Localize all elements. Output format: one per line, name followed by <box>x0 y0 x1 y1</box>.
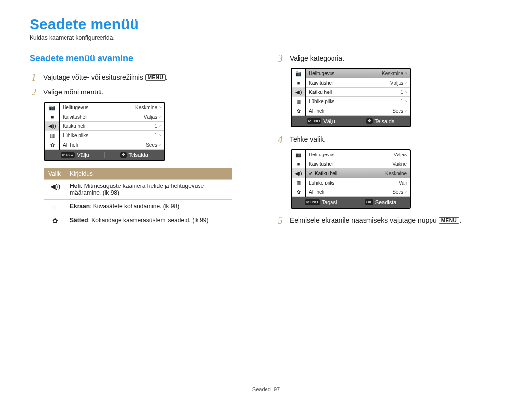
cam-row-label: Käivitusheli <box>63 114 144 120</box>
cam-menu-row: HelitugevusKeskmine› <box>306 69 410 78</box>
cam-row-value: Väljas <box>144 114 157 120</box>
step-text: Tehke valik. <box>290 134 326 143</box>
step-number: 2 <box>30 87 38 97</box>
cam-list: HelitugevusKeskmine›KäivitusheliVäljas›K… <box>306 69 410 116</box>
check-icon: ✔ <box>309 171 313 176</box>
cam-menu-row: HelitugevusVäljas <box>306 150 410 159</box>
cam-row-label: Lühike piiks <box>309 99 400 104</box>
page: Seadete menüü Kuidas kaamerat konfiguree… <box>0 0 532 401</box>
cam-row-label: Käivitusheli <box>309 161 392 167</box>
cam-row-value: Vaikne <box>392 161 407 167</box>
step-1: 1 Vajutage võtte- või esitusrežiimis MEN… <box>30 72 256 82</box>
col-header-option: Valik <box>44 168 66 180</box>
cam-row-value: Keskmine <box>385 171 407 176</box>
cam-row-label: Katiku heli <box>315 171 385 176</box>
cam-menu-row: AF heliSees› <box>60 140 164 150</box>
chevron-right-icon: › <box>405 189 407 194</box>
cam-row-label: Katiku heli <box>63 123 154 129</box>
camera-screenshot-3: 📷 ■ ◀)) ▥ ✿ HelitugevusVäljasKäivitushel… <box>291 149 411 209</box>
cam-row-label: Lühike piiks <box>63 133 154 138</box>
left-column: Seadete menüü avamine 1 Vajutage võtte- … <box>30 53 256 230</box>
chevron-right-icon: › <box>159 142 161 147</box>
step-3: 3 Valige kategooria. <box>276 53 502 63</box>
table-row: ✿Sätted: Kohandage kaamerasüstemi seadei… <box>44 214 232 228</box>
step-number: 5 <box>276 216 285 225</box>
cam-menu-row: Lühike piiksVali <box>306 178 410 187</box>
chevron-right-icon: › <box>159 114 161 119</box>
cam-side-icons: 📷 ■ ◀)) ▥ ✿ <box>292 150 306 197</box>
video-icon: ■ <box>45 112 59 122</box>
screen-icon: ▥ <box>292 97 305 106</box>
menu-button-icon: MENU <box>439 217 459 224</box>
cam-row-label: Katiku heli <box>309 90 400 95</box>
step-4: 4 Tehke valik. <box>276 134 502 144</box>
cam-footer-bar: MENUVälju ✥Teisalda <box>292 116 410 126</box>
cam-menu-row: AF heliSees› <box>306 106 410 116</box>
cam-menu-row: Lühike piiks1› <box>60 131 164 140</box>
cam-menu-row: Katiku heli1› <box>60 122 164 131</box>
table-row: ◀))Heli: Mitmesuguste kaamera helide ja … <box>44 180 232 200</box>
chevron-right-icon: › <box>159 105 161 110</box>
step-number: 1 <box>30 72 38 82</box>
table-row: ▥Ekraan: Kuvasätete kohandamine. (lk 98) <box>44 200 232 214</box>
gear-icon: ✿ <box>292 187 305 197</box>
step-5: 5 Eelmisele ekraanile naasmiseks vajutag… <box>276 216 502 225</box>
cam-side-icons: 📷 ■ ◀)) ▥ ✿ <box>292 69 306 116</box>
screen-icon: ▥ <box>292 178 305 187</box>
cam-row-value: Sees <box>392 108 403 114</box>
cam-row-label: Helitugevus <box>63 105 135 110</box>
camera-screenshot-1: 📷 ■ ◀)) ▥ ✿ HelitugevusKeskmine›Käivitus… <box>44 102 165 161</box>
step-number: 3 <box>276 53 285 63</box>
cam-row-label: AF heli <box>309 189 392 195</box>
cam-row-label: Helitugevus <box>309 71 382 76</box>
col-header-desc: Kirjeldus <box>66 168 232 180</box>
camera-screenshot-2: 📷 ■ ◀)) ▥ ✿ HelitugevusKeskmine›Käivitus… <box>291 68 411 127</box>
option-desc: Sätted: Kohandage kaamerasüstemi seadeid… <box>66 214 232 228</box>
menu-pill: MENU <box>305 199 320 205</box>
chevron-right-icon: › <box>405 80 407 85</box>
chevron-right-icon: › <box>405 71 407 76</box>
cam-row-label: AF heli <box>63 142 146 148</box>
option-desc: Ekraan: Kuvasätete kohandamine. (lk 98) <box>66 200 232 214</box>
chevron-right-icon: › <box>405 99 407 104</box>
nav-pill: ✥ <box>120 152 127 158</box>
option-desc: Heli: Mitmesuguste kaamera helide ja hel… <box>66 180 232 200</box>
columns: Seadete menüü avamine 1 Vajutage võtte- … <box>30 53 502 230</box>
menu-pill: MENU <box>61 152 75 158</box>
step-text: Valige kategooria. <box>290 53 344 62</box>
cam-menu-row: AF heliSees› <box>306 187 410 197</box>
chevron-right-icon: › <box>159 133 161 138</box>
video-icon: ■ <box>292 159 305 169</box>
chevron-right-icon: › <box>405 108 407 113</box>
cam-menu-row: HelitugevusKeskmine› <box>60 103 164 112</box>
option-icon: ✿ <box>44 214 66 228</box>
cam-row-value: Keskmine <box>382 71 403 76</box>
camera-icon: 📷 <box>292 69 305 78</box>
cam-row-value: 1 <box>154 123 157 129</box>
options-table: Valik Kirjeldus ◀))Heli: Mitmesuguste ka… <box>44 168 232 228</box>
cam-side-icons: 📷 ■ ◀)) ▥ ✿ <box>45 103 60 150</box>
sound-icon: ◀)) <box>292 88 305 97</box>
cam-menu-row: Lühike piiks1› <box>306 97 410 106</box>
cam-menu-row: KäivitusheliVaikne <box>306 159 410 169</box>
screen-icon: ▥ <box>45 131 59 140</box>
cam-row-label: Lühike piiks <box>309 180 399 185</box>
cam-row-label: AF heli <box>309 108 392 114</box>
cam-row-value: Väljas <box>390 80 403 86</box>
page-title: Seadete menüü <box>30 16 502 32</box>
chevron-right-icon: › <box>405 90 407 94</box>
step-text: Valige mõni menüü. <box>43 87 104 96</box>
sound-icon: ◀)) <box>45 122 59 131</box>
right-column: 3 Valige kategooria. 📷 ■ ◀)) ▥ ✿ Helitug… <box>276 53 502 230</box>
cam-row-value: 1 <box>400 99 403 104</box>
cam-footer-bar: MENUVälju ✥Teisalda <box>45 150 164 160</box>
option-icon: ▥ <box>44 200 66 214</box>
camera-icon: 📷 <box>292 150 305 159</box>
option-icon: ◀)) <box>44 180 66 200</box>
chevron-right-icon: › <box>159 123 161 128</box>
sound-icon: ◀)) <box>292 169 305 178</box>
step-text: Vajutage võtte- või esitusrežiimis MENU. <box>43 72 167 81</box>
video-icon: ■ <box>292 78 305 88</box>
cam-menu-row: ✔Katiku heliKeskmine <box>306 169 410 178</box>
page-subtitle: Kuidas kaamerat konfigureerida. <box>30 34 502 41</box>
